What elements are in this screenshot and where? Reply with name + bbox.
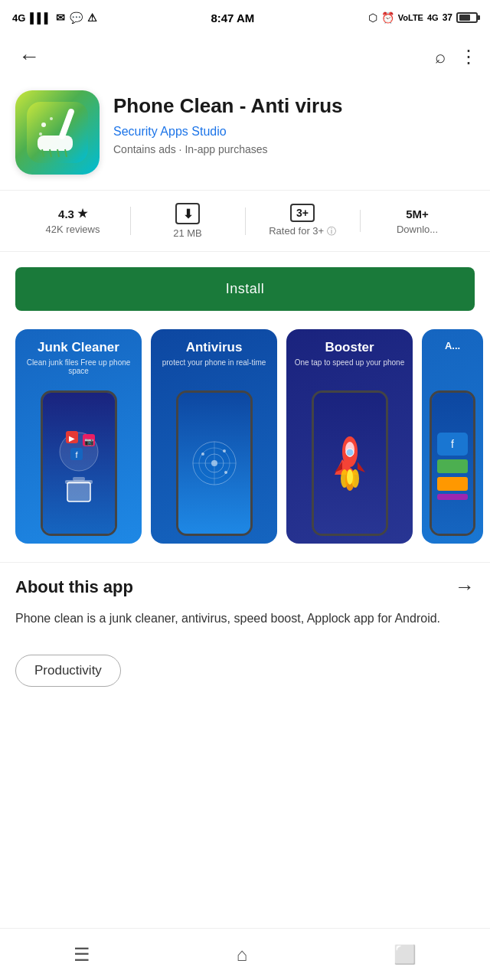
download-icon: ⬇ [175, 203, 200, 224]
phone-mockup-applock: f [430, 390, 475, 536]
app-details: Phone Clean - Anti virus Security Apps S… [113, 90, 475, 155]
whatsapp-icon: 💬 [70, 11, 83, 24]
svg-text:▶: ▶ [69, 434, 75, 443]
svg-point-28 [224, 471, 227, 474]
productivity-tag[interactable]: Productivity [15, 655, 121, 687]
app-title: Phone Clean - Anti virus [113, 93, 475, 119]
alert-icon: ⚠ [87, 11, 97, 24]
stats-row: 4.3 ★ 42K reviews ⬇ 21 MB 3+ Rated for 3… [0, 190, 490, 252]
rated-label: Rated for 3+ ⓘ [269, 225, 336, 238]
more-options-button[interactable]: ⋮ [459, 46, 478, 67]
developer-name[interactable]: Security Apps Studio [113, 125, 475, 139]
star-icon: ★ [77, 207, 87, 220]
screenshot-antivirus[interactable]: Antivirus protect your phone in real-tim… [151, 329, 277, 544]
top-nav: ← ⌕ ⋮ [0, 34, 490, 84]
rating-value: 4.3 ★ [58, 207, 87, 220]
4g-lte-text: 4G [427, 13, 439, 22]
svg-point-37 [347, 469, 353, 485]
rating-stat[interactable]: 4.3 ★ 42K reviews [15, 207, 130, 235]
about-description: Phone clean is a junk cleaner, antivirus… [15, 609, 475, 629]
phone-screen-junk: ▶ 📷 f [43, 393, 115, 534]
bluetooth-icon: ⬡ [368, 11, 377, 24]
info-icon: ⓘ [327, 226, 336, 237]
screenshot-junk-label: Junk Cleaner [15, 340, 142, 355]
status-left: 4G ▌▌▌ ✉ 💬 ⚠ [12, 11, 97, 24]
alarm-icon: ⏰ [381, 11, 394, 24]
signal-bars: ▌▌▌ [30, 12, 51, 24]
svg-rect-0 [27, 102, 88, 163]
screenshots-scroll[interactable]: Junk Cleaner Clean junk files Free up ph… [0, 329, 490, 544]
size-value: ⬇ [175, 203, 200, 224]
about-section: About this app → Phone clean is a junk c… [0, 562, 490, 655]
status-right: ⬡ ⏰ VoLTE 4G 37 [368, 11, 478, 24]
screenshot-booster-sublabel: One tap to speed up your phone [286, 358, 413, 367]
menu-icon: ☰ [74, 944, 90, 965]
app-icon-wrapper [15, 90, 100, 175]
screenshot-junk-sublabel: Clean junk files Free up phone space [15, 358, 142, 375]
home-button[interactable]: ⌂ [218, 938, 266, 972]
tag-section: Productivity [0, 655, 490, 710]
screenshot-antivirus-sublabel: protect your phone in real-time [151, 358, 277, 367]
age-rating-value: 3+ [290, 204, 315, 222]
menu-button[interactable]: ☰ [55, 938, 109, 972]
phone-screen-antivirus [178, 393, 250, 534]
rated-box: 3+ [290, 204, 315, 222]
search-button[interactable]: ⌕ [435, 46, 446, 67]
about-header: About this app → [15, 575, 475, 599]
screenshot-junk[interactable]: Junk Cleaner Clean junk files Free up ph… [15, 329, 142, 544]
svg-text:f: f [451, 438, 454, 450]
install-section: Install [0, 255, 490, 329]
phone-mockup-junk: ▶ 📷 f [41, 390, 117, 536]
svg-rect-19 [73, 477, 85, 481]
phone-mockup-booster [312, 390, 388, 536]
screenshot-applock-label: A... [422, 340, 483, 351]
back-nav-icon: ⬜ [394, 944, 416, 965]
rating-age-stat[interactable]: 3+ Rated for 3+ ⓘ [245, 204, 360, 238]
phone-screen-booster [314, 393, 386, 534]
downloads-label: Downlo... [397, 224, 438, 235]
battery-bar [456, 12, 478, 23]
svg-marker-39 [358, 462, 365, 472]
svg-point-26 [193, 442, 236, 485]
screenshot-antivirus-label: Antivirus [151, 340, 277, 355]
size-label: 21 MB [173, 227, 202, 239]
install-button[interactable]: Install [15, 267, 475, 311]
downloads-value: 5M+ [406, 207, 429, 220]
screenshot-applock[interactable]: A... f [422, 329, 483, 544]
status-time: 8:47 AM [211, 11, 254, 24]
volte-text: VoLTE [398, 13, 423, 22]
svg-point-27 [201, 452, 204, 456]
signal-text: 4G [12, 12, 25, 24]
svg-text:📷: 📷 [84, 436, 94, 446]
downloads-stat: 5M+ Downlo... [360, 207, 475, 235]
about-title: About this app [15, 577, 133, 597]
app-info-section: Phone Clean - Anti virus Security Apps S… [0, 84, 490, 190]
about-arrow[interactable]: → [455, 575, 475, 599]
size-stat: ⬇ 21 MB [130, 203, 245, 239]
email-icon: ✉ [56, 11, 65, 24]
screenshots-section: Junk Cleaner Clean junk files Free up ph… [0, 329, 490, 562]
svg-rect-2 [38, 136, 73, 151]
screenshot-booster[interactable]: Booster One tap to speed up your phone [286, 329, 413, 544]
svg-point-4 [39, 132, 42, 136]
svg-point-5 [50, 117, 53, 120]
phone-mockup-antivirus [176, 390, 253, 536]
phone-screen-applock: f [432, 393, 473, 534]
back-button[interactable]: ← [12, 41, 46, 72]
svg-point-29 [223, 449, 226, 452]
battery-icon: 37 [443, 12, 452, 23]
back-nav-button[interactable]: ⬜ [375, 938, 435, 972]
svg-point-3 [41, 122, 46, 127]
nav-right-icons: ⌕ ⋮ [435, 46, 478, 67]
broom-svg [27, 102, 88, 163]
bottom-nav: ☰ ⌂ ⬜ [0, 928, 490, 980]
reviews-label: 42K reviews [46, 224, 100, 235]
screenshot-booster-label: Booster [286, 340, 413, 355]
app-meta: Contains ads · In-app purchases [113, 143, 475, 155]
svg-rect-42 [437, 459, 468, 473]
svg-point-33 [346, 449, 354, 456]
app-icon [15, 90, 100, 175]
status-bar: 4G ▌▌▌ ✉ 💬 ⚠ 8:47 AM ⬡ ⏰ VoLTE 4G 37 [0, 0, 490, 34]
home-icon: ⌂ [237, 944, 248, 965]
svg-rect-17 [67, 482, 90, 501]
